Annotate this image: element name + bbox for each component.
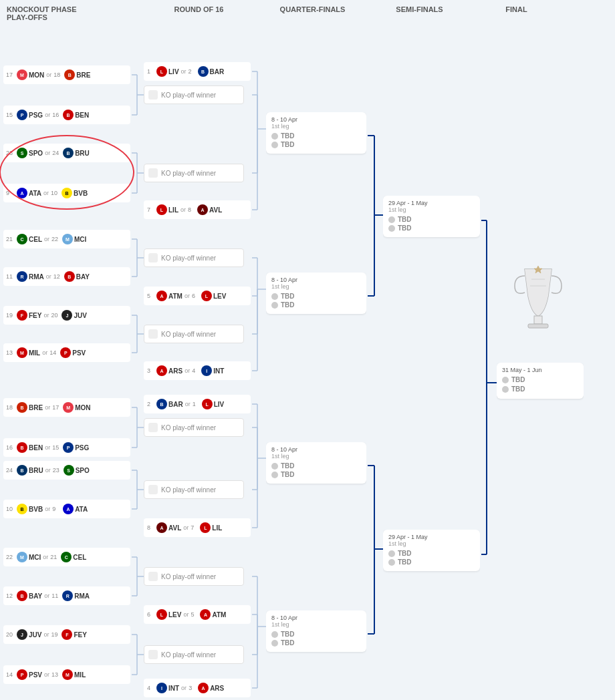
ko-winner-7: KO play-off winner xyxy=(144,567,244,586)
ko-row-psv: 14 P PSV or 13 M MIL xyxy=(3,665,130,684)
ko-row-juv: 20 J JUV or 19 F FEY xyxy=(3,625,130,644)
header-sf: SEMI-FINALS xyxy=(368,5,471,21)
ko-row-mci: 22 M MCI or 21 C CEL xyxy=(3,548,130,566)
ko-winner-6: KO play-off winner xyxy=(144,480,244,499)
header-qf: QUARTER-FINALS xyxy=(257,5,368,21)
svg-rect-91 xyxy=(534,316,542,324)
ko-winner-2: KO play-off winner xyxy=(144,164,244,182)
ko-row-spo: 23 S SPO or 24 B BRU xyxy=(3,144,130,162)
header-final: FINAL xyxy=(471,5,562,21)
ko-winner-4: KO play-off winner xyxy=(144,325,244,343)
ko-row-mon: 17 M MON or 18 B BRE xyxy=(3,65,130,84)
header-r16: ROUND OF 16 xyxy=(140,5,257,21)
ko-row-bre: 18 B BRE or 17 M MON xyxy=(3,398,130,417)
r16-bar-liv: 2 B BAR or 1 L LIV xyxy=(144,395,251,413)
final-box: 31 May - 1 Jun TBD TBD xyxy=(497,363,584,416)
svg-rect-92 xyxy=(528,324,548,328)
ko-winner-1: KO play-off winner xyxy=(144,85,244,104)
ko-row-bru: 24 B BRU or 23 S SPO xyxy=(3,461,130,480)
qf-box-4: 8 - 10 Apr 1st leg TBD TBD xyxy=(266,610,366,657)
r16-lil-avl: 7 L LIL or 8 A AVL xyxy=(144,200,251,219)
sf-box-2: 29 Apr - 1 May 1st leg TBD TBD xyxy=(383,530,480,580)
ko-row-fey: 19 F FEY or 20 J JUV xyxy=(3,306,130,325)
ko-row-bvb: 10 B BVB or 9 A ATA xyxy=(3,500,130,518)
ko-winner-5: KO play-off winner xyxy=(144,418,244,437)
qf-box-3: 8 - 10 Apr 1st leg TBD TBD xyxy=(266,442,366,489)
r16-int-ars: 4 I INT or 3 A ARS xyxy=(144,679,251,697)
bracket-headers: KNOCKOUT PHASE PLAY-OFFS ROUND OF 16 QUA… xyxy=(3,0,612,25)
qf-box-2: 8 - 10 Apr 1st leg TBD TBD xyxy=(266,273,366,319)
ko-row-bay: 12 B BAY or 11 R RMA xyxy=(3,586,130,605)
ko-row-cel: 21 C CEL or 22 M MCI xyxy=(3,230,130,248)
ko-row-rma: 11 R RMA or 12 B BAY xyxy=(3,267,130,286)
ko-row-mil: 13 M MIL or 14 P PSV xyxy=(3,343,130,362)
trophy xyxy=(515,266,562,328)
r16-avl-lil: 8 A AVL or 7 L LIL xyxy=(144,518,251,537)
qf-box-1: 8 - 10 Apr 1st leg TBD TBD xyxy=(266,112,366,159)
bracket-svg: 17 M MON or 18 B BRE 15 P PSG or 16 B BE… xyxy=(3,25,612,687)
sf-box-1: 29 Apr - 1 May 1st leg TBD TBD xyxy=(383,196,480,246)
r16-lev-atm: 6 L LEV or 5 A ATM xyxy=(144,605,251,624)
ko-row-ben: 16 B BEN or 15 P PSG xyxy=(3,438,130,457)
ko-row-psg: 15 P PSG or 16 B BEN xyxy=(3,106,130,124)
header-ko: KNOCKOUT PHASE PLAY-OFFS xyxy=(7,5,140,21)
ko-winner-3: KO play-off winner xyxy=(144,248,244,267)
r16-ars-int: 3 A ARS or 4 I INT xyxy=(144,361,251,380)
ko-winner-8: KO play-off winner xyxy=(144,645,244,664)
r16-liv-bar: 1 L LIV or 2 B BAR xyxy=(144,62,251,81)
r16-atm-lev: 5 A ATM or 6 L LEV xyxy=(144,287,251,305)
